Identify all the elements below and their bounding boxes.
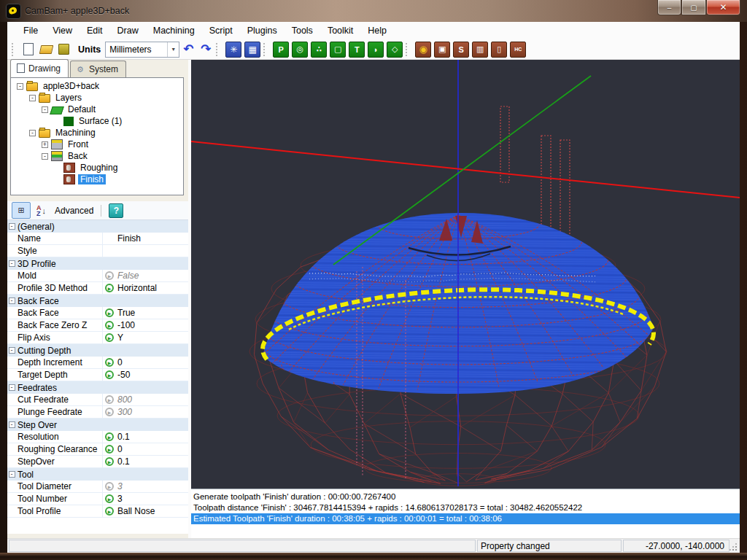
pocket-op-icon[interactable]: ▣ <box>434 42 450 58</box>
property-value[interactable]: 300 <box>116 407 188 417</box>
property-row[interactable]: - Back Face Zero Z ▶ -100 <box>7 319 188 332</box>
advanced-button[interactable]: Advanced <box>55 206 93 216</box>
property-value[interactable]: False <box>116 271 188 281</box>
tree-node-label[interactable]: Back <box>66 151 90 161</box>
property-row[interactable]: - Cut Feedrate ▶ 800 <box>7 394 188 406</box>
property-value[interactable]: Horizontal <box>116 283 188 293</box>
category-collapse-toggle[interactable]: - <box>9 421 15 428</box>
engrave-op-icon[interactable]: S <box>453 42 469 58</box>
toolbar-grip[interactable] <box>12 43 17 56</box>
tree-item[interactable]: + Front <box>11 139 183 150</box>
save-file-icon[interactable] <box>56 42 71 57</box>
tree-item[interactable]: - Back <box>11 150 183 162</box>
property-row[interactable]: - Step Over ▶ <box>7 419 188 431</box>
tree-item[interactable]: - Machining <box>11 127 183 139</box>
property-row[interactable]: - Tool Profile ▶ Ball Nose <box>7 505 188 518</box>
property-value[interactable]: 3 <box>116 494 188 504</box>
open-file-icon[interactable] <box>39 42 53 57</box>
log-message[interactable]: Generate toolpath 'Finish' duration : 00… <box>191 491 740 502</box>
menu-item[interactable]: Machining <box>146 23 202 38</box>
maximize-button[interactable]: ▢ <box>681 0 706 15</box>
category-collapse-toggle[interactable]: - <box>9 298 15 304</box>
property-row[interactable]: - 3D Profile ▶ <box>7 257 188 270</box>
property-row[interactable]: - Back Face ▶ True <box>7 307 188 319</box>
chevron-down-icon[interactable]: ▼ <box>167 42 179 57</box>
tree-node-label[interactable]: Surface (1) <box>77 116 124 126</box>
log-message[interactable]: Estimated Toolpath 'Finish' duration : 0… <box>191 513 740 524</box>
property-row[interactable]: - Resolution ▶ 0.1 <box>7 431 188 443</box>
category-collapse-toggle[interactable]: - <box>9 260 15 267</box>
gcode-op-icon[interactable]: HC <box>510 42 526 58</box>
menu-item[interactable]: Tools <box>285 23 320 38</box>
property-row[interactable]: - Mold ▶ False <box>7 270 188 282</box>
property-row[interactable]: - Style ▶ <box>7 245 188 257</box>
title-bar[interactable]: CamBam+ apple3D+back – ▢ ✕ <box>0 0 747 22</box>
profile3d-op-icon[interactable]: ▯ <box>491 42 507 58</box>
category-collapse-toggle[interactable]: - <box>9 384 15 391</box>
tree-node-label[interactable]: Default <box>66 104 98 114</box>
menu-item[interactable]: Plugins <box>240 23 285 38</box>
toolbar-grip[interactable] <box>216 43 221 56</box>
toolbar-grip[interactable] <box>263 43 268 56</box>
tree-node-label[interactable]: Machining <box>53 128 98 138</box>
tree-node-label[interactable]: Layers <box>53 93 84 103</box>
property-value[interactable]: 800 <box>116 394 188 405</box>
tree-expand-toggle[interactable]: - <box>42 106 48 113</box>
property-value[interactable]: Ball Nose <box>116 506 188 516</box>
toolbar-grip[interactable] <box>406 43 411 56</box>
log-message[interactable]: Toolpath distance 'Finish' : 30467.78144… <box>191 502 740 513</box>
property-row[interactable]: - Profile 3D Method ▶ Horizontal <box>7 282 188 295</box>
point-list-icon[interactable]: ∴ <box>311 42 327 58</box>
tab-drawing[interactable]: Drawing <box>10 59 69 77</box>
text-icon[interactable]: T <box>349 42 365 58</box>
category-collapse-toggle[interactable]: - <box>9 471 15 478</box>
surface-icon[interactable]: ◇ <box>387 42 403 58</box>
tree-item[interactable]: - Default <box>11 104 183 115</box>
property-row[interactable]: - Cutting Depth ▶ <box>7 344 188 357</box>
property-value[interactable]: -50 <box>116 370 188 380</box>
menu-item[interactable]: Help <box>360 23 394 38</box>
tree-expand-toggle[interactable]: + <box>42 141 48 148</box>
help-icon[interactable]: ? <box>109 203 123 218</box>
log-panel[interactable]: Generate toolpath 'Finish' duration : 00… <box>191 489 740 538</box>
category-collapse-toggle[interactable]: - <box>9 223 15 230</box>
tree-expand-toggle[interactable]: - <box>29 95 36 101</box>
units-select[interactable]: Millimeters ▼ <box>105 42 179 58</box>
property-value[interactable]: Finish <box>116 233 188 244</box>
resize-grip[interactable] <box>729 540 738 552</box>
profile-op-icon[interactable]: ◉ <box>415 42 431 58</box>
snap-points-icon[interactable]: ✳ <box>225 42 241 58</box>
circle-icon[interactable]: ◎ <box>292 42 308 58</box>
tree-expand-toggle[interactable]: - <box>17 83 23 90</box>
property-grid[interactable]: - (General) ▶ - Name ▶ Finish - Style ▶ … <box>7 220 188 534</box>
property-value[interactable]: 0 <box>116 357 188 368</box>
tree-item[interactable]: - Layers <box>11 92 183 104</box>
menu-item[interactable]: Toolkit <box>320 23 360 38</box>
property-value[interactable]: -100 <box>116 320 188 330</box>
property-row[interactable]: - Tool Diameter ▶ 3 <box>7 481 188 493</box>
tree-item[interactable]: Surface (1) <box>11 115 183 127</box>
property-row[interactable]: - Roughing Clearance ▶ 0 <box>7 443 188 456</box>
close-button[interactable]: ✕ <box>706 0 740 15</box>
sort-alphabetical-button[interactable]: AZ ↓ <box>36 205 46 217</box>
polyline-icon[interactable]: P <box>273 42 289 58</box>
menu-item[interactable]: Edit <box>80 23 110 38</box>
categorized-view-button[interactable]: ⊞ <box>12 202 31 219</box>
tree-item[interactable]: Finish <box>11 174 183 185</box>
tree-node-label[interactable]: Roughing <box>78 163 120 173</box>
menu-item[interactable]: Script <box>202 23 240 38</box>
property-value[interactable]: 0.1 <box>116 456 188 467</box>
property-value[interactable]: 3 <box>116 481 188 491</box>
property-value[interactable]: 0 <box>116 444 188 454</box>
drawing-tree[interactable]: - apple3D+back - Layers - Default Surfac… <box>10 77 184 195</box>
menu-item[interactable]: Draw <box>110 23 146 38</box>
property-value[interactable]: Y <box>116 332 188 343</box>
property-row[interactable]: - (General) ▶ <box>7 220 188 233</box>
redo-icon[interactable]: ↷ <box>198 42 213 57</box>
property-row[interactable]: - Target Depth ▶ -50 <box>7 369 188 381</box>
category-collapse-toggle[interactable]: - <box>9 347 15 354</box>
viewport-3d[interactable] <box>191 60 740 489</box>
tree-expand-toggle[interactable]: - <box>42 153 48 160</box>
tab-system[interactable]: ⚙ System <box>70 61 126 77</box>
drill-op-icon[interactable]: ▥ <box>472 42 488 58</box>
